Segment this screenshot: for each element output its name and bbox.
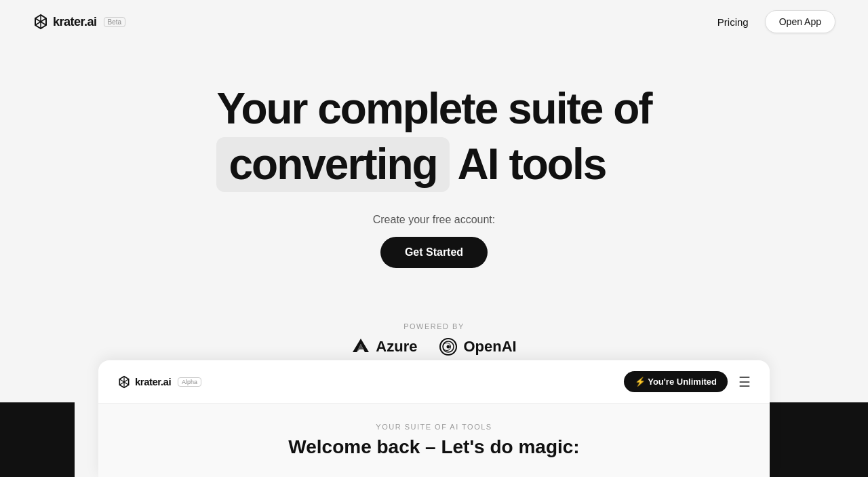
logo-icon xyxy=(33,14,49,30)
hero-subtitle: Create your free account: xyxy=(373,214,496,226)
alpha-badge: Alpha xyxy=(178,377,201,387)
app-preview-body: YOUR SUITE OF AI TOOLS Welcome back – Le… xyxy=(98,404,770,477)
openai-icon xyxy=(439,337,458,356)
beta-badge: Beta xyxy=(104,17,126,27)
openai-logo: OpenAI xyxy=(439,337,516,356)
logo-text: krater.ai xyxy=(53,15,97,29)
app-logo-icon xyxy=(117,375,131,389)
nav-left: krater.ai Beta xyxy=(33,14,125,30)
nav-right: Pricing Open App xyxy=(717,10,835,33)
hero-title-row2: converting AI tools xyxy=(216,137,651,193)
powered-by-label: POWERED BY xyxy=(403,322,465,330)
powered-by-section: POWERED BY Azure OpenAI xyxy=(0,322,868,356)
hero-title: Your complete suite of converting AI too… xyxy=(216,84,651,192)
azure-label: Azure xyxy=(376,338,417,356)
side-bar-left xyxy=(0,402,75,477)
app-logo-wrapper: krater.ai Alpha xyxy=(117,375,201,389)
app-preview-panel: krater.ai Alpha ⚡ You're Unlimited ☰ YOU… xyxy=(98,360,770,477)
azure-icon xyxy=(351,337,370,356)
open-app-button[interactable]: Open App xyxy=(765,10,835,33)
app-preview-header: krater.ai Alpha ⚡ You're Unlimited ☰ xyxy=(98,360,770,404)
powered-by-logos: Azure OpenAI xyxy=(351,337,516,356)
azure-logo: Azure xyxy=(351,337,417,356)
logo-wrapper: krater.ai Beta xyxy=(33,14,125,30)
get-started-button[interactable]: Get Started xyxy=(380,237,488,268)
side-bar-right xyxy=(765,402,868,477)
app-logo-text: krater.ai xyxy=(135,376,171,387)
unlimited-button[interactable]: ⚡ You're Unlimited xyxy=(624,371,728,392)
converting-pill: converting xyxy=(216,137,449,193)
hero-title-line1: Your complete suite of xyxy=(216,84,651,133)
pricing-link[interactable]: Pricing xyxy=(717,16,749,28)
app-suite-label: YOUR SUITE OF AI TOOLS xyxy=(117,423,751,431)
hero-section: Your complete suite of converting AI too… xyxy=(0,43,868,295)
svg-point-3 xyxy=(447,345,450,349)
hero-title-line2: AI tools xyxy=(458,140,606,190)
openai-label: OpenAI xyxy=(463,338,516,356)
app-header-right: ⚡ You're Unlimited ☰ xyxy=(624,371,751,392)
app-welcome-title: Welcome back – Let's do magic: xyxy=(117,436,751,458)
menu-icon[interactable]: ☰ xyxy=(738,374,751,390)
navbar: krater.ai Beta Pricing Open App xyxy=(0,0,868,43)
